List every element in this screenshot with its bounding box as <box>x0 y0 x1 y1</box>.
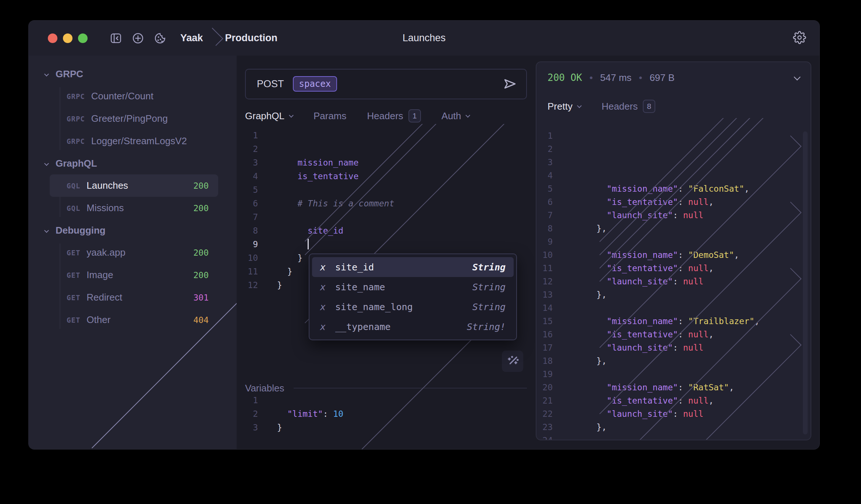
line-number: 1 <box>245 131 258 140</box>
autocomplete-popup: xsite_idStringxsite_nameStringxsite_name… <box>309 253 517 340</box>
code-text: "mission_name": "RatSat", <box>566 383 734 392</box>
variables-section: Variables 1{2 "limit": 103} <box>245 383 527 449</box>
response-scrollbar[interactable] <box>803 131 808 434</box>
toggle-sidebar-icon[interactable] <box>110 32 122 45</box>
response-status-badge: 200 OK <box>548 72 582 83</box>
send-request-icon[interactable] <box>503 77 517 91</box>
request-name: Image <box>86 269 113 281</box>
variables-editor[interactable]: 1{2 "limit": 103} <box>245 393 527 434</box>
sidebar-item-redirect[interactable]: GETRedirect301 <box>50 286 218 309</box>
sidebar: GRPCGRPCCounter/CountGRPCGreeter/PingPon… <box>29 56 237 449</box>
titlebar: Yaak Production Launches <box>29 21 819 56</box>
request-method-tag: GQL <box>67 204 80 212</box>
new-request-icon[interactable] <box>132 32 144 45</box>
sidebar-section-label: GRPC <box>56 68 83 80</box>
line-number: 10 <box>536 250 553 260</box>
traffic-lights <box>48 33 88 43</box>
code-text: "launch_site": null <box>566 343 704 352</box>
sidebar-section-grpc[interactable]: GRPC <box>29 63 237 85</box>
tab-label: Pretty <box>548 101 573 112</box>
sidebar-item-launches[interactable]: GQLLaunches200 <box>50 174 218 197</box>
autocomplete-type: String <box>472 302 506 312</box>
sidebar-item-counter-count[interactable]: GRPCCounter/Count <box>50 85 218 107</box>
separator-dot: • <box>589 72 593 84</box>
sidebar-section-update-server[interactable]: Update Server <box>29 331 237 353</box>
line-number: 3 <box>536 157 553 167</box>
autocomplete-item-site_name_long[interactable]: xsite_name_longString <box>312 297 514 317</box>
sidebar-item-logger-streamlogsv2[interactable]: GRPCLogger/StreamLogsV2 <box>50 130 218 152</box>
request-tab-graphql[interactable]: GraphQL <box>245 110 293 122</box>
code-text: }, <box>566 290 607 299</box>
line-number: 9 <box>536 237 553 246</box>
collapse-response-icon[interactable] <box>795 75 800 81</box>
autocomplete-item-site_name[interactable]: xsite_nameString <box>312 277 514 297</box>
response-line: 24 { <box>536 434 811 440</box>
response-tab-pretty[interactable]: Pretty <box>548 101 581 112</box>
sidebar-item-missions[interactable]: GQLMissions200 <box>50 197 218 219</box>
response-tab-headers[interactable]: Headers8 <box>602 100 655 113</box>
cookie-icon[interactable] <box>154 32 166 45</box>
code-text: "mission_name": "Trailblazer", <box>566 316 759 326</box>
response-size: 697 B <box>649 72 674 84</box>
response-tabs: PrettyHeaders8 <box>548 98 811 114</box>
tab-label: Params <box>313 110 347 122</box>
breadcrumb[interactable]: Yaak Production <box>180 29 277 47</box>
sidebar-section-graphql[interactable]: GraphQL <box>29 152 237 174</box>
request-name: Counter/Count <box>91 90 153 102</box>
breadcrumb-workspace[interactable]: Production <box>225 32 278 44</box>
query-line: 7 launch_site { <box>245 210 527 224</box>
line-number: 5 <box>245 185 258 195</box>
request-name: Other <box>86 314 110 326</box>
autocomplete-item-site_id[interactable]: xsite_idString <box>312 257 514 277</box>
request-method-tag: GET <box>67 271 80 279</box>
settings-gear-icon[interactable] <box>793 31 806 45</box>
status-badge: 200 <box>193 203 209 213</box>
request-tab-headers[interactable]: Headers1 <box>367 109 421 123</box>
line-number: 6 <box>536 197 553 207</box>
code-text: } <box>277 253 302 263</box>
request-method-tag: GET <box>67 316 80 324</box>
sidebar-section-items: GRPCCounter/CountGRPCGreeter/PingPongGRP… <box>29 85 237 152</box>
fold-toggle-icon[interactable] <box>258 393 543 408</box>
close-window-button[interactable] <box>48 33 57 43</box>
autocomplete-type: String <box>472 262 506 273</box>
response-line: 23 }, <box>536 420 811 434</box>
line-number: 21 <box>536 396 553 405</box>
tab-count-badge: 8 <box>643 100 655 113</box>
request-tab-params[interactable]: Params <box>313 110 347 122</box>
field-kind-icon: x <box>320 282 326 292</box>
chevron-down-icon <box>577 103 582 108</box>
tab-label: Headers <box>367 110 403 122</box>
request-pane: POST spacex GraphQLParamsHeaders1Auth 1q… <box>237 56 534 449</box>
sidebar-item-greeter-pingpong[interactable]: GRPCGreeter/PingPong <box>50 107 218 130</box>
code-text: mission_name <box>277 158 359 167</box>
zoom-window-button[interactable] <box>78 33 88 43</box>
autocomplete-item-typename[interactable]: x__typenameString! <box>312 317 514 337</box>
sidebar-section-debugging[interactable]: Debugging <box>29 219 237 241</box>
request-method-tag: GET <box>67 249 80 257</box>
breadcrumb-app[interactable]: Yaak <box>180 32 203 44</box>
response-body-viewer[interactable]: 1{2 "data": {3 "launches": [4 {5 "missio… <box>536 118 811 440</box>
url-template-chip[interactable]: spacex <box>293 76 337 92</box>
sidebar-item-yaak-app[interactable]: GETyaak.app200 <box>50 241 218 264</box>
line-number: 16 <box>536 330 553 339</box>
format-wand-icon[interactable] <box>502 351 523 372</box>
minimize-window-button[interactable] <box>63 33 72 43</box>
fold-toggle-icon[interactable] <box>258 209 527 225</box>
autocomplete-label: __typename <box>335 322 391 332</box>
code-text: "is_tentative": null, <box>566 396 714 405</box>
sidebar-item-image[interactable]: GETImage200 <box>50 264 218 286</box>
fold-toggle-icon[interactable] <box>553 433 811 440</box>
tab-label: Auth <box>442 110 461 122</box>
autocomplete-label: site_name <box>335 282 385 292</box>
chevron-down-icon <box>44 72 49 77</box>
line-number: 3 <box>245 158 258 167</box>
line-number: 17 <box>536 343 553 352</box>
line-number: 8 <box>536 224 553 233</box>
line-number: 13 <box>536 290 553 299</box>
line-number: 7 <box>536 210 553 220</box>
line-number: 11 <box>245 267 258 276</box>
url-bar[interactable]: POST spacex <box>245 69 527 99</box>
request-tab-auth[interactable]: Auth <box>442 110 470 122</box>
line-number: 8 <box>245 226 258 235</box>
